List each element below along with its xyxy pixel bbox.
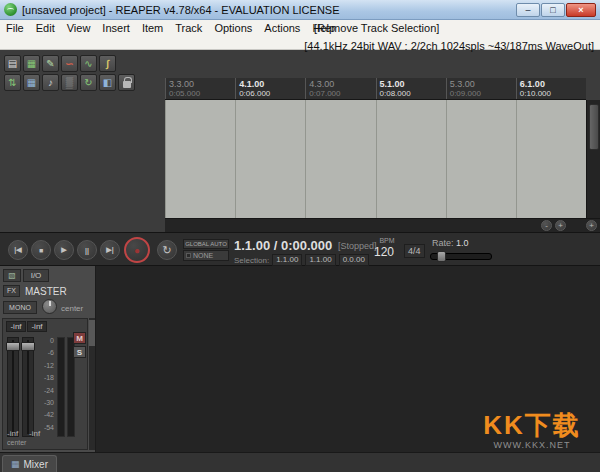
- bpm-control[interactable]: BPM 120: [374, 237, 400, 245]
- go-to-end-button[interactable]: ▶|: [100, 240, 120, 260]
- mixer-tab[interactable]: ▦ Mixer: [2, 455, 57, 472]
- mixer-docker-area: ▧ I/O FX MASTER MONO center -inf -inf 0-…: [0, 266, 600, 452]
- grid-column: [516, 100, 586, 218]
- grid-toggle-button[interactable]: ▦: [23, 74, 40, 91]
- rate-label: Rate:: [432, 238, 454, 248]
- action-hint-text: [Remove Track Selection]: [314, 20, 439, 36]
- maximize-button[interactable]: □: [541, 3, 565, 17]
- close-button[interactable]: ×: [566, 3, 596, 17]
- menu-view[interactable]: View: [61, 20, 97, 36]
- zoom-in-button[interactable]: +: [555, 220, 566, 231]
- mixer-scrollbar[interactable]: [89, 318, 95, 450]
- grid-column: [376, 100, 446, 218]
- fader-handle[interactable]: [6, 342, 20, 351]
- mixer-scrollbar-handle[interactable]: [89, 320, 95, 346]
- ruler-mark: 4.3.000:07.000: [305, 78, 375, 99]
- crossfade-button[interactable]: ∫: [99, 55, 116, 72]
- fx-button[interactable]: FX: [3, 285, 20, 297]
- go-to-start-button[interactable]: |◀: [8, 240, 28, 260]
- bpm-label: BPM: [374, 237, 400, 245]
- envelope-button[interactable]: ∿: [80, 55, 97, 72]
- ruler-mark: 5.1.000:08.000: [376, 78, 446, 99]
- ruler-mark: 6.1.000:10.000: [516, 78, 586, 99]
- menu-edit[interactable]: Edit: [30, 20, 61, 36]
- up-down-arrows-icon: ⇅: [8, 78, 16, 88]
- snap-toggle-button[interactable]: ▒: [61, 74, 78, 91]
- document-icon: ▤: [8, 59, 17, 69]
- play-state-label: [Stopped]: [338, 241, 377, 251]
- time-signature-field[interactable]: 4/4: [404, 244, 425, 258]
- pause-button[interactable]: ||: [77, 240, 97, 260]
- global-auto-value: NONE: [193, 252, 213, 259]
- play-button[interactable]: ▶: [54, 240, 74, 260]
- repeat-button[interactable]: ↻: [157, 240, 177, 260]
- record-button[interactable]: ●: [124, 237, 150, 263]
- envelope-curve-icon: ∿: [84, 59, 92, 69]
- pan-knob[interactable]: [42, 299, 57, 314]
- vertical-zoom-button[interactable]: +: [586, 220, 597, 231]
- menu-insert[interactable]: Insert: [96, 20, 136, 36]
- rate-slider-handle[interactable]: [437, 251, 446, 262]
- main-toolbar-row-2: ⇅ ▦ ♪ ▒ ↻ ◧: [4, 74, 135, 91]
- menu-item[interactable]: Item: [136, 20, 169, 36]
- grid-column: [165, 100, 235, 218]
- mixer-grid-icon: ▦: [11, 459, 20, 469]
- loop-toggle-button[interactable]: ↻: [80, 74, 97, 91]
- master-mixer-strip: -inf -inf 0-6 -12-18 -24-30 -42-54 M S: [2, 318, 88, 450]
- master-track-panel: ▧ I/O FX MASTER MONO center -inf -inf 0-…: [0, 266, 96, 452]
- menu-actions[interactable]: Actions: [258, 20, 306, 36]
- menu-track[interactable]: Track: [169, 20, 208, 36]
- marquee-select-button[interactable]: ∽: [61, 55, 78, 72]
- minimize-button[interactable]: –: [516, 3, 540, 17]
- metronome-button[interactable]: ♪: [42, 74, 59, 91]
- vertical-scrollbar-handle[interactable]: [589, 104, 599, 150]
- volume-fader-left[interactable]: [7, 337, 19, 437]
- vu-meter-left: [57, 337, 65, 437]
- mute-button[interactable]: M: [73, 332, 86, 344]
- grid-icon: ▦: [27, 78, 36, 88]
- docker-toggle-button[interactable]: ◧: [99, 74, 116, 91]
- arrange-view[interactable]: [165, 100, 586, 218]
- audio-status-text: [44.1kHz 24bit WAV : 2/2ch 1024spls ~43/…: [304, 40, 600, 52]
- rate-value[interactable]: 1.0: [456, 238, 469, 248]
- selection-length-field[interactable]: 0.0.00: [339, 254, 369, 266]
- transport-position-display[interactable]: 1.1.00 / 0:00.000: [234, 238, 332, 253]
- vertical-scrollbar[interactable]: [586, 100, 600, 218]
- reaper-window: [unsaved project] - REAPER v4.78/x64 - E…: [0, 0, 600, 472]
- bpm-value[interactable]: 120: [374, 245, 394, 259]
- menu-file[interactable]: File: [0, 20, 30, 36]
- lock-toggle-button[interactable]: [118, 74, 135, 91]
- global-automation-control[interactable]: GLOBAL AUTO NONE: [183, 239, 229, 261]
- mono-button[interactable]: MONO: [3, 301, 37, 314]
- media-item-button[interactable]: ▤: [4, 55, 21, 72]
- mixer-tab-label: Mixer: [24, 459, 48, 470]
- peak-pan-label: center: [7, 439, 26, 446]
- solo-button[interactable]: S: [73, 346, 86, 358]
- ruler-mark: 5.3.000:09.000: [446, 78, 516, 99]
- horizontal-scrollbar[interactable]: - + +: [165, 218, 600, 232]
- lasso-icon: ∽: [65, 59, 73, 69]
- peak-readout-right: -inf: [29, 429, 40, 438]
- io-routing-button[interactable]: I/O: [23, 269, 49, 282]
- global-auto-mode[interactable]: NONE: [183, 250, 229, 261]
- ruler-mark: 4.1.000:06.000: [235, 78, 305, 99]
- env-button[interactable]: ▧: [3, 269, 21, 282]
- ruler-mark: 3.3.000:05.000: [165, 78, 235, 99]
- selection-start-field[interactable]: 1.1.00: [272, 254, 302, 266]
- pencil-edit-button[interactable]: ✎: [42, 55, 59, 72]
- grid-column: [305, 100, 375, 218]
- timeline-ruler[interactable]: 3.3.000:05.000 4.1.000:06.000 4.3.000:07…: [165, 78, 586, 100]
- fader-handle[interactable]: [21, 342, 35, 351]
- grid-column: [235, 100, 305, 218]
- volume-readout-right[interactable]: -inf: [27, 321, 47, 332]
- selection-end-field[interactable]: 1.1.00: [305, 254, 335, 266]
- stop-button[interactable]: ■: [31, 240, 51, 260]
- volume-readout-left[interactable]: -inf: [6, 321, 26, 332]
- midi-editor-button[interactable]: ▦: [23, 55, 40, 72]
- pencil-icon: ✎: [46, 59, 54, 69]
- rate-slider[interactable]: [430, 253, 492, 260]
- volume-fader-right[interactable]: [22, 337, 34, 437]
- swap-arrows-button[interactable]: ⇅: [4, 74, 21, 91]
- menu-options[interactable]: Options: [208, 20, 258, 36]
- zoom-out-button[interactable]: -: [541, 220, 552, 231]
